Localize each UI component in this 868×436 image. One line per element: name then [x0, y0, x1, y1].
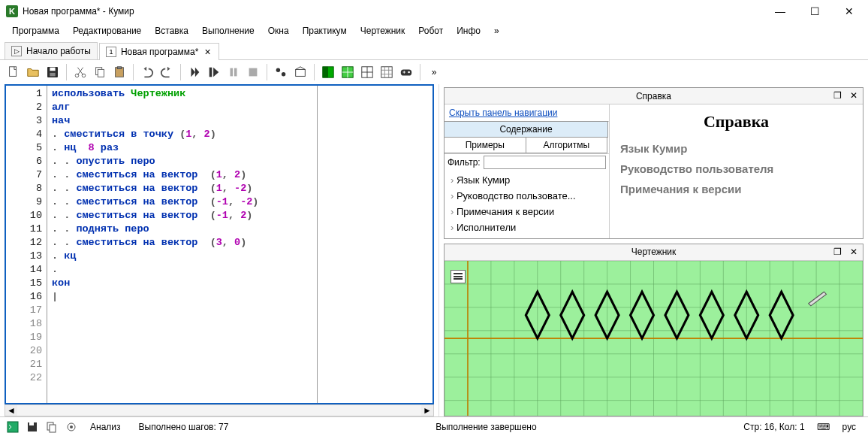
svg-rect-0	[10, 67, 17, 77]
game-icon[interactable]	[397, 63, 415, 81]
help-section-link[interactable]: Руководство пользователя	[620, 162, 852, 175]
app-icon: K	[6, 5, 18, 17]
help-panel-title: Справка	[636, 91, 671, 101]
tab-close-icon[interactable]: ×	[203, 47, 212, 57]
drawer-panel-title: Чертежник	[631, 247, 677, 257]
tab-label: Новая программа*	[121, 47, 199, 57]
svg-rect-16	[296, 69, 306, 76]
help-tab-algos[interactable]: Алгоритмы	[526, 137, 608, 153]
horizontal-scrollbar[interactable]: ◄ ►	[5, 404, 434, 416]
scroll-left-icon[interactable]: ◄	[5, 405, 17, 416]
help-tree-item[interactable]: Исполнители	[445, 220, 609, 235]
status-cursor-pos: Стр: 16, Кол: 1	[737, 422, 810, 432]
help-tab-contents[interactable]: Содержание	[445, 121, 608, 138]
svg-point-14	[276, 68, 280, 72]
status-copy-icon[interactable]	[45, 420, 59, 434]
menu-Выполнение[interactable]: Выполнение	[196, 24, 261, 38]
tab-badge-icon: ▷	[11, 46, 22, 56]
scroll-right-icon[interactable]: ►	[421, 405, 433, 416]
panel-detach-icon[interactable]: ❐	[831, 246, 843, 258]
status-keyboard-icon[interactable]: ⌨	[817, 420, 830, 434]
stop-icon[interactable]	[244, 63, 262, 81]
menu-»[interactable]: »	[488, 24, 505, 38]
svg-rect-18	[323, 67, 328, 77]
filter-input[interactable]	[484, 156, 606, 169]
svg-rect-21	[381, 67, 392, 77]
line-gutter: 12345678910111213141516171819202122	[6, 86, 47, 403]
menu-Чертежник[interactable]: Чертежник	[354, 24, 411, 38]
copy-icon[interactable]	[91, 63, 109, 81]
svg-rect-3	[50, 73, 55, 77]
help-tree-item[interactable]: Примечания к версии	[445, 204, 609, 220]
code-editor[interactable]: использовать Чертежникалгнач. сместиться…	[47, 86, 432, 403]
svg-rect-10	[209, 68, 212, 77]
close-button[interactable]: ✕	[832, 0, 866, 23]
help-section-link[interactable]: Язык Кумир	[620, 142, 852, 155]
menu-Робот[interactable]: Робот	[412, 24, 449, 38]
help-content-title: Справка	[620, 112, 852, 132]
svg-rect-56	[50, 425, 56, 432]
menubar: ПрограммаРедактированиеВставкаВыполнение…	[0, 23, 868, 39]
panel-close-icon[interactable]: ✕	[848, 246, 860, 258]
help-panel: Справка ❐ ✕ Скрыть панель навигации Соде…	[444, 87, 863, 239]
menu-Редактирование[interactable]: Редактирование	[67, 24, 147, 38]
maximize-button[interactable]: ☐	[797, 0, 832, 23]
menu-Программа[interactable]: Программа	[6, 24, 65, 38]
svg-point-58	[70, 425, 73, 428]
help-tab-examples[interactable]: Примеры	[445, 137, 526, 153]
svg-rect-22	[401, 69, 411, 75]
menu-Окна[interactable]: Окна	[262, 24, 295, 38]
svg-point-5	[82, 74, 86, 77]
menu-Вставка[interactable]: Вставка	[149, 24, 194, 38]
titlebar: K Новая программа* - Кумир — ☐ ✕	[0, 0, 868, 23]
layout-4-icon[interactable]	[378, 63, 396, 81]
open-file-icon[interactable]	[24, 63, 42, 81]
status-save-icon[interactable]	[26, 420, 39, 434]
editor-pane: 12345678910111213141516171819202122 испо…	[0, 84, 439, 416]
svg-rect-52	[8, 422, 18, 432]
watch-icon[interactable]	[291, 63, 309, 81]
menu-Практикум[interactable]: Практикум	[297, 24, 353, 38]
svg-rect-54	[29, 422, 34, 425]
layout-3-icon[interactable]	[358, 63, 376, 81]
panel-close-icon[interactable]: ✕	[848, 89, 860, 101]
window-title: Новая программа* - Кумир	[23, 6, 763, 17]
breakpoint-icon[interactable]	[272, 63, 290, 81]
drawer-menu-icon[interactable]	[451, 270, 466, 283]
filter-label: Фильтр:	[448, 157, 481, 168]
status-console-icon[interactable]	[6, 420, 20, 434]
panel-detach-icon[interactable]: ❐	[831, 89, 843, 101]
help-tree-item[interactable]: Руководство пользовате...	[445, 188, 609, 204]
help-content: Справка Язык КумирРуководство пользовате…	[610, 104, 863, 238]
status-lang[interactable]: рус	[836, 422, 862, 432]
help-tree-item[interactable]: Язык Кумир	[445, 172, 609, 188]
drawer-canvas[interactable]	[445, 261, 863, 416]
paste-icon[interactable]	[110, 63, 128, 81]
help-section-link[interactable]: Примечания к версии	[620, 183, 852, 195]
svg-rect-13	[249, 68, 258, 77]
svg-rect-11	[231, 68, 234, 77]
drawer-panel: Чертежник ❐ ✕	[444, 244, 863, 416]
pause-icon[interactable]	[225, 63, 243, 81]
status-settings-icon[interactable]	[65, 420, 78, 434]
layout-1-icon[interactable]	[319, 63, 337, 81]
toolbar: »	[0, 60, 868, 84]
svg-point-23	[408, 71, 410, 74]
run-icon[interactable]	[185, 63, 203, 81]
menu-Инфо[interactable]: Инфо	[451, 24, 487, 38]
undo-icon[interactable]	[138, 63, 156, 81]
tab-Начало работы[interactable]: ▷Начало работы	[5, 42, 98, 59]
svg-rect-9	[117, 67, 121, 69]
tab-label: Начало работы	[26, 46, 91, 56]
tab-Новая программа*[interactable]: 1Новая программа*×	[99, 43, 219, 60]
hide-nav-link[interactable]: Скрыть панель навигации	[445, 104, 609, 121]
redo-icon[interactable]	[158, 63, 176, 81]
status-analysis: Анализ	[84, 422, 127, 432]
layout-2-icon[interactable]	[339, 63, 357, 81]
toolbar-overflow-icon[interactable]: »	[425, 63, 443, 81]
minimize-button[interactable]: —	[763, 0, 797, 23]
cut-icon[interactable]	[71, 63, 89, 81]
save-file-icon[interactable]	[44, 63, 62, 81]
new-file-icon[interactable]	[5, 63, 23, 81]
step-icon[interactable]	[205, 63, 223, 81]
